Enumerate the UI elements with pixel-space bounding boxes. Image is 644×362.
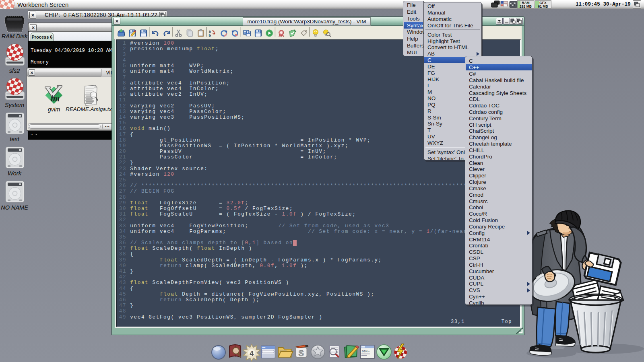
svg-text:S: S <box>299 349 304 358</box>
svg-text:b: b <box>209 33 211 37</box>
svg-text:4: 4 <box>250 350 254 358</box>
svg-text:im: im <box>51 94 60 103</box>
svg-text:OS4>: OS4> <box>362 350 369 353</box>
svg-text:a: a <box>209 29 211 33</box>
